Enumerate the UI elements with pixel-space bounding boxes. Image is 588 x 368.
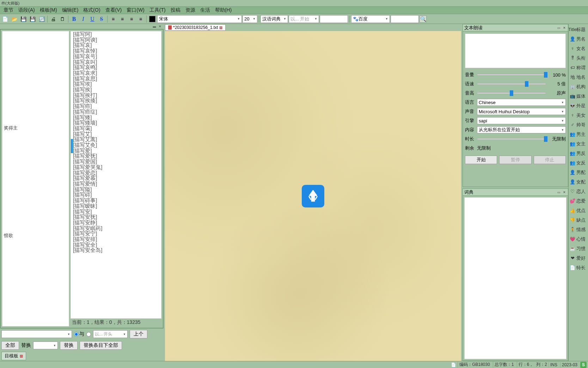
list-item[interactable]: [描写哀思]	[71, 76, 161, 82]
side-tool-5[interactable]: 地地名	[569, 72, 588, 82]
replace-combo[interactable]: ▼	[33, 342, 58, 349]
close-icon[interactable]: ⊠	[20, 354, 23, 358]
list-item[interactable]: [描写爱]	[71, 148, 161, 153]
list-item[interactable]: [描写矮]	[71, 115, 161, 120]
dict-search-input[interactable]	[320, 15, 348, 23]
list-item[interactable]: [描写安全]	[71, 242, 161, 248]
font-size-select[interactable]: 20▼	[243, 15, 257, 23]
description-list[interactable]: [描写阿][描写阿谀][描写哀][描写哀悼][描写哀号][描写哀叫][描写哀鸣]…	[71, 31, 161, 319]
menu-chapter[interactable]: 章节	[1, 6, 16, 14]
template-tab[interactable]: 目模板⊠	[1, 352, 26, 360]
list-item[interactable]: [描写哀]	[71, 42, 161, 48]
list-item[interactable]: [描写阿]	[71, 31, 161, 37]
align-justify-icon[interactable]: ≡	[136, 15, 145, 23]
tts-pause-button[interactable]: 暂停	[499, 156, 531, 164]
language-select[interactable]: Chinese▼	[477, 99, 566, 106]
prev-button[interactable]: 上个	[130, 330, 147, 338]
list-item[interactable]: [描写碍事]	[71, 198, 161, 203]
menu-submit[interactable]: 投稿	[169, 6, 183, 14]
list-item[interactable]: [描写安静]	[71, 220, 161, 225]
saveall-icon[interactable]: 💾	[28, 15, 37, 23]
side-tool-12[interactable]: 👥女主	[569, 139, 588, 149]
and-radio[interactable]: 与	[74, 331, 84, 337]
italic-icon[interactable]: I	[79, 15, 87, 23]
menu-help[interactable]: 帮助(H)	[213, 6, 234, 14]
menu-window[interactable]: 窗口(W)	[124, 6, 147, 14]
color-picker[interactable]	[148, 15, 157, 23]
font-family-select[interactable]: 宋体▼	[157, 15, 242, 23]
side-tool-10[interactable]: ♂帅哥	[569, 120, 588, 129]
align-left-icon[interactable]: ≡	[109, 15, 117, 23]
list-item[interactable]: [描写碍]	[71, 192, 161, 198]
replace-all-button[interactable]: 替换条目下全部	[80, 341, 122, 350]
align-right-icon[interactable]: ≡	[127, 15, 136, 23]
list-item[interactable]: [描写挨打]	[71, 92, 161, 98]
panel-close-icon[interactable]: ✕	[562, 190, 566, 194]
underline-icon[interactable]: U	[88, 15, 97, 23]
refresh-icon[interactable]: 🔃	[37, 15, 46, 23]
list-item[interactable]: [描写安眠药]	[71, 225, 161, 231]
menu-view[interactable]: 查看(V)	[103, 6, 124, 14]
side-tool-0[interactable]: Title标题	[569, 25, 588, 34]
search-engine-select[interactable]: 🐾 百度▼	[351, 15, 390, 23]
side-tool-16[interactable]: 👤女配	[569, 177, 588, 187]
list-item[interactable]: [描写埃]	[71, 81, 161, 87]
document-tab[interactable]: *20230303183256_1.txt ⊠	[165, 24, 226, 31]
panel-restore-icon[interactable]: ▭	[557, 26, 561, 30]
menu-tools[interactable]: 工具(T)	[147, 6, 168, 14]
side-tool-19[interactable]: 👍优点	[569, 206, 588, 215]
side-tool-15[interactable]: 👤男配	[569, 168, 588, 177]
tree-panel[interactable]: 奖得主 恨歌	[2, 31, 69, 326]
list-item[interactable]: [描写哀叫]	[71, 59, 161, 65]
side-tool-2[interactable]: ♀女名	[569, 44, 588, 53]
side-tool-1[interactable]: 👤男名	[569, 34, 588, 44]
side-tool-9[interactable]: ♀美女	[569, 110, 588, 120]
side-tool-13[interactable]: 👥男反	[569, 149, 588, 158]
pitch-slider[interactable]	[477, 92, 546, 94]
search-combo[interactable]: ▼	[1, 330, 72, 338]
menu-format[interactable]: 格式(O)	[81, 6, 102, 14]
volume-slider[interactable]	[477, 74, 546, 76]
search-go-icon[interactable]: 🔍	[419, 16, 427, 23]
strike-icon[interactable]: S	[97, 15, 106, 23]
menu-segment[interactable]: 语段(A)	[16, 6, 37, 14]
list-item[interactable]: [描写艾]	[71, 131, 161, 137]
dict-content[interactable]	[464, 197, 566, 359]
replace-button[interactable]: 替换	[60, 341, 78, 350]
list-item[interactable]: [描写隘]	[71, 187, 161, 192]
list-item[interactable]: [描写哀悼]	[71, 48, 161, 54]
voice-select[interactable]: Microsoft Huihui Desktop▼	[477, 108, 566, 115]
list-item[interactable]: [描写哀号]	[71, 54, 161, 59]
list-item[interactable]: [描写艾灸]	[71, 142, 161, 148]
menu-template[interactable]: 模板(M)	[38, 6, 59, 14]
ime-badge[interactable]: S	[580, 362, 587, 368]
start-combo[interactable]: 以... 开头▼	[93, 330, 128, 338]
tree-item[interactable]: 恨歌	[4, 232, 67, 239]
side-tool-14[interactable]: 👥女反	[569, 158, 588, 168]
side-tool-6[interactable]: 🏢机构	[569, 82, 588, 91]
panel-restore-icon[interactable]: ▭	[557, 190, 561, 194]
list-item[interactable]: [描写癌]	[71, 103, 161, 109]
panel-minimize-icon[interactable]: ▬	[152, 24, 157, 29]
preview-icon[interactable]: 🗒	[58, 15, 67, 23]
side-tool-23[interactable]: ☕习惯	[569, 244, 588, 253]
list-item[interactable]: [描写暧昧]	[71, 203, 161, 209]
side-tool-18[interactable]: 💕恋爱	[569, 196, 588, 206]
close-icon[interactable]: ⊠	[219, 25, 222, 30]
panel-close-icon[interactable]: ✕	[562, 26, 566, 30]
list-item[interactable]: [描写爱哭鬼]	[71, 164, 161, 170]
list-item[interactable]: [描写挨揍]	[71, 98, 161, 103]
list-item[interactable]: [描写安全岛]	[71, 247, 161, 253]
menu-life[interactable]: 生活	[198, 6, 212, 14]
list-item[interactable]: [描写安]	[71, 209, 161, 215]
list-item[interactable]: [描写爱国]	[71, 159, 161, 164]
side-tool-11[interactable]: 👥男主	[569, 129, 588, 139]
side-tool-21[interactable]: 🧍情感	[569, 225, 588, 234]
list-item[interactable]: [描写艾蒿]	[71, 137, 161, 142]
menu-edit[interactable]: 编辑(E)	[60, 6, 81, 14]
side-tool-17[interactable]: ♡恋人	[569, 187, 588, 196]
engine-select[interactable]: sapi▼	[477, 117, 566, 124]
speed-slider[interactable]	[477, 83, 546, 85]
dict-select[interactable]: 汉语词典▼	[261, 15, 288, 23]
tree-item[interactable]: 奖得主	[4, 125, 67, 132]
